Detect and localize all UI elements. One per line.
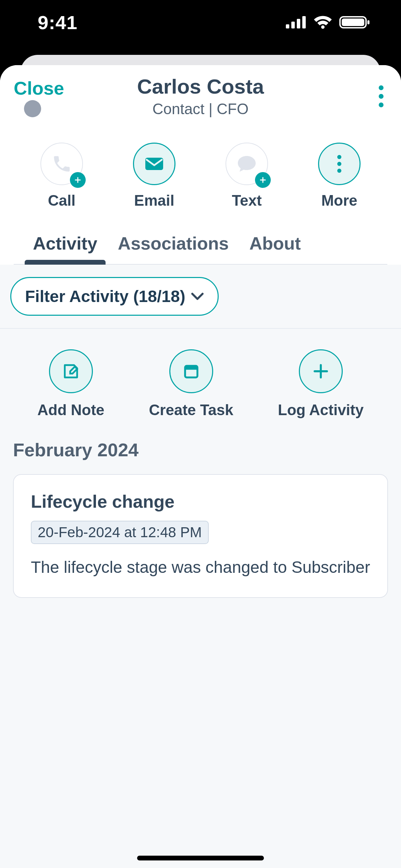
quick-actions-row: Call Email [14,129,387,223]
task-icon [182,362,200,381]
kebab-icon [337,154,342,173]
plus-badge-icon [70,172,86,188]
filter-bar: Filter Activity (18/18) [0,265,401,329]
email-button[interactable]: Email [125,143,183,209]
filter-label: Filter Activity (18/18) [25,287,185,306]
chevron-down-icon [191,292,204,301]
note-icon [62,362,80,381]
sheet-header: Close Carlos Costa Contact | CFO [0,65,401,265]
activity-card-title: Lifecycle change [31,491,370,512]
svg-rect-3 [302,16,306,28]
add-note-label: Add Note [37,401,105,419]
create-task-label: Create Task [149,401,233,419]
tab-about[interactable]: About [250,233,301,264]
svg-point-10 [379,103,384,107]
add-note-button[interactable]: Add Note [37,349,105,419]
svg-rect-0 [286,24,289,28]
status-icons [286,15,370,29]
filter-activity-button[interactable]: Filter Activity (18/18) [10,277,219,316]
more-label: More [321,192,357,209]
plus-badge-icon [255,172,271,188]
kebab-icon [378,84,384,108]
home-indicator [137,856,264,860]
plus-icon [312,362,330,381]
create-task-button[interactable]: Create Task [149,349,233,419]
text-label: Text [232,192,262,209]
svg-rect-1 [291,22,295,28]
svg-point-9 [379,94,384,99]
email-label: Email [134,192,174,209]
contact-sheet: Close Carlos Costa Contact | CFO [0,65,401,868]
more-menu-button[interactable] [375,77,387,117]
avatar [24,100,41,117]
log-activity-button[interactable]: Log Activity [278,349,364,419]
log-activity-label: Log Activity [278,401,364,419]
tabs: Activity Associations About [14,223,387,265]
phone-icon [51,154,72,174]
status-time: 9:41 [38,11,77,34]
call-button[interactable]: Call [33,143,91,209]
activity-card-datetime: 20-Feb-2024 at 12:48 PM [31,521,209,544]
svg-rect-2 [297,19,300,28]
more-actions-button[interactable]: More [310,143,368,209]
tab-associations[interactable]: Associations [118,233,229,264]
status-bar: 9:41 [0,0,401,45]
svg-point-12 [337,155,341,159]
svg-point-4 [321,25,325,29]
text-button[interactable]: Text [218,143,276,209]
timeline-month-heading: February 2024 [0,425,401,467]
svg-rect-7 [367,20,369,24]
tab-activity[interactable]: Activity [33,233,97,264]
svg-point-14 [337,169,341,173]
cellular-icon [286,16,306,28]
battery-icon [339,15,370,29]
activity-card-body: The lifecycle stage was changed to Subsc… [31,556,370,579]
svg-rect-6 [342,19,364,26]
wifi-icon [313,15,332,29]
svg-point-8 [379,85,384,90]
svg-point-13 [337,162,341,166]
call-label: Call [48,192,76,209]
activity-card[interactable]: Lifecycle change 20-Feb-2024 at 12:48 PM… [13,474,388,598]
svg-rect-11 [145,158,163,170]
secondary-actions-row: Add Note Create Task Log Activity [0,329,401,425]
close-button[interactable]: Close [14,77,64,99]
chat-icon [236,155,257,173]
svg-rect-16 [185,366,197,370]
email-icon [145,157,164,171]
